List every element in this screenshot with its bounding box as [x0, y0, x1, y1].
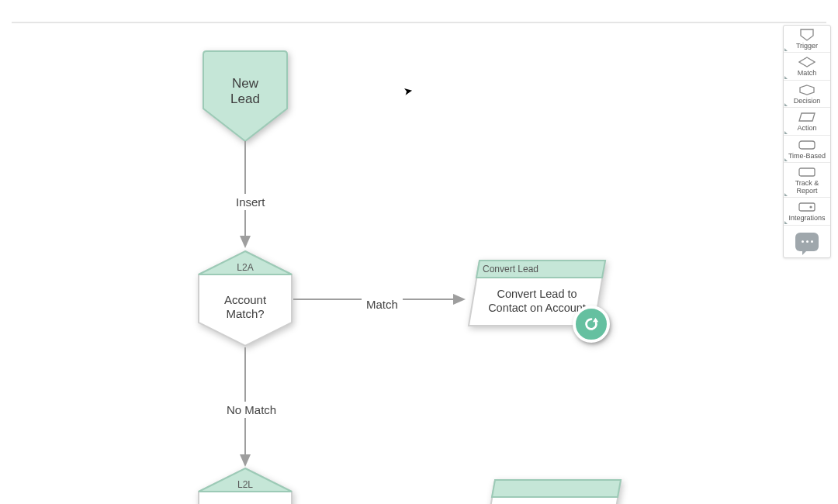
node-action-convert-lead[interactable]: Convert Lead Convert Lead to Contact on … [466, 257, 608, 329]
timebased-icon [784, 139, 830, 151]
palette-label: Integrations [784, 215, 830, 222]
chat-icon [795, 233, 819, 251]
trigger-label: New Lead [199, 76, 292, 108]
palette-item-trigger[interactable]: Trigger [784, 26, 830, 53]
node-decision-l2l[interactable]: L2L [196, 465, 295, 504]
integrations-icon [784, 201, 830, 213]
refresh-badge-icon [573, 306, 610, 343]
action-tag: Convert Lead [483, 264, 538, 274]
edge-insert-label: Insert [231, 194, 270, 210]
palette-item-action[interactable]: Action [784, 108, 830, 135]
palette-item-decision[interactable]: Decision [784, 81, 830, 108]
node-trigger-new-lead[interactable]: New Lead [199, 47, 292, 144]
palette-item-timebased[interactable]: Time-Based [784, 136, 830, 163]
svg-point-10 [809, 205, 812, 208]
cursor-icon: ➤ [403, 84, 414, 98]
palette-label: Track & Report [784, 180, 830, 195]
palette-label: Time-Based [784, 153, 830, 160]
palette-label: Trigger [784, 43, 830, 50]
action2-shape [481, 477, 624, 504]
decision2-tag: L2L [196, 479, 295, 490]
shape-palette: Trigger Match Decision Action Time-Based… [783, 25, 831, 258]
svg-rect-7 [799, 141, 815, 149]
palette-item-trackreport[interactable]: Track & Report [784, 163, 830, 198]
palette-label: Action [784, 125, 830, 132]
node-decision-account-match[interactable]: L2A Account Match? [196, 248, 295, 349]
palette-item-match[interactable]: Match [784, 53, 830, 80]
palette-label: Match [784, 70, 830, 77]
svg-marker-4 [593, 318, 598, 323]
edge-match-label: Match [362, 296, 403, 312]
svg-marker-3 [453, 294, 466, 305]
action-icon [784, 111, 830, 123]
palette-label: Decision [784, 98, 830, 105]
match-icon [784, 56, 830, 68]
node-action-partial[interactable] [481, 477, 624, 504]
svg-rect-9 [799, 203, 815, 211]
edge-no-match-label: No Match [222, 402, 281, 418]
trackreport-icon [784, 166, 830, 178]
palette-item-chat[interactable] [784, 226, 830, 257]
palette-item-integrations[interactable]: Integrations [784, 198, 830, 225]
decision-label: Account Match? [196, 293, 295, 321]
decision-icon [784, 84, 830, 96]
svg-rect-8 [799, 168, 815, 176]
decision-tag: L2A [196, 262, 295, 273]
svg-marker-1 [240, 236, 251, 248]
trigger-icon [784, 29, 830, 41]
flow-canvas[interactable]: New Lead Insert L2A Account Match? Match… [0, 0, 838, 504]
